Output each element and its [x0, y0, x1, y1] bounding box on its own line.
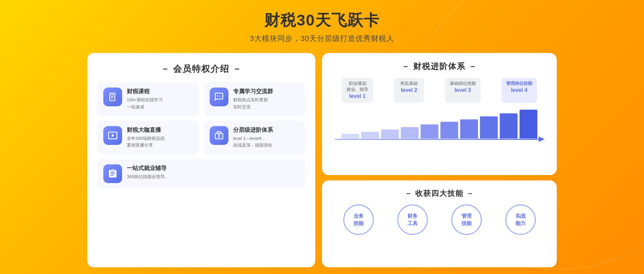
feature-desc-course: 100+课程在线学习一站速成 — [127, 97, 193, 111]
level-label-1: 职业规划就业、指导 level 1 — [342, 78, 373, 103]
skills-row: 业务技能 财务工具 管理技能 实战能力 — [331, 205, 547, 235]
bar-3 — [381, 129, 399, 139]
feature-card-group: 专属学习交流群 财税热点实时更新实时交流 — [204, 82, 305, 116]
chat-icon — [210, 88, 228, 106]
bar-2 — [361, 132, 379, 139]
skill-label-4: 实战能力 — [516, 212, 526, 227]
page-title: 财税30天飞跃卡 — [264, 10, 379, 31]
level-label-text-3: 基础岗位技能 — [450, 80, 476, 87]
level-label-text-1: 职业规划就业、指导 — [346, 80, 368, 93]
level-num-4: level 4 — [506, 87, 532, 94]
right-panel-bottom: － 收获四大技能 － 业务技能 财务工具 管理技能 实战能力 — [322, 180, 557, 267]
level-num-2: level 2 — [398, 87, 419, 94]
left-panel-title: － 会员特权介绍 － — [97, 63, 305, 75]
level-header: － 财税进阶体系 － — [331, 61, 547, 72]
feature-desc-levels: level 1—level4，由浅及深，稳固强化 — [233, 135, 299, 149]
feature-card-career: 一站式就业辅导 360岗位技能全指导。 — [97, 159, 305, 188]
skill-circle-1: 业务技能 — [343, 205, 374, 235]
bar-7 — [460, 119, 478, 139]
bar-4 — [401, 127, 419, 139]
skill-label-1: 业务技能 — [354, 212, 364, 227]
feature-text-levels: 分层级进阶体系 level 1—level4，由浅及深，稳固强化 — [233, 126, 299, 149]
skill-circle-4: 实战能力 — [505, 205, 536, 235]
bars-container — [341, 108, 537, 139]
briefcase-icon — [210, 126, 228, 145]
feature-text-group: 专属学习交流群 财税热点实时更新实时交流 — [233, 88, 299, 111]
feature-title-group: 专属学习交流群 — [233, 88, 299, 95]
page-subtitle: 3大模块同步，30天分层级打造优秀财税人 — [250, 34, 394, 44]
feature-card-live: 财税大咖直播 全年300场财税实战案例直播分享 — [97, 121, 199, 155]
play-icon — [103, 126, 122, 145]
left-panel: － 会员特权介绍 － 财税课程 100+课程在线学习一站速成 — [87, 53, 315, 267]
level-label-text-4: 管理岗位技能 — [506, 80, 532, 87]
feature-title-live: 财税大咖直播 — [127, 126, 193, 134]
feature-title-levels: 分层级进阶体系 — [233, 126, 299, 134]
level-label-4: 管理岗位技能 level 4 — [501, 78, 537, 103]
feature-card-levels: 分层级进阶体系 level 1—level4，由浅及深，稳固强化 — [204, 121, 305, 155]
feature-desc-group: 财税热点实时更新实时交流 — [233, 97, 299, 111]
level-num-1: level 1 — [346, 93, 368, 100]
right-panel-top: － 财税进阶体系 － 职业规划就业、指导 level 1 夯实基础 level … — [322, 53, 557, 175]
chart-container — [331, 106, 547, 147]
feature-desc-live: 全年300场财税实战案例直播分享 — [127, 135, 193, 149]
feature-card-course: 财税课程 100+课程在线学习一站速成 — [97, 82, 199, 116]
feature-title-career: 一站式就业辅导 — [127, 164, 299, 172]
bar-1 — [341, 134, 359, 139]
skill-label-3: 管理技能 — [462, 212, 472, 227]
level-labels: 职业规划就业、指导 level 1 夯实基础 level 2 基础岗位技能 le… — [331, 78, 547, 103]
feature-text-live: 财税大咖直播 全年300场财税实战案例直播分享 — [127, 126, 193, 149]
bar-6 — [440, 122, 458, 139]
skill-circle-3: 管理技能 — [451, 205, 482, 235]
bar-10 — [520, 110, 537, 139]
level-label-text-2: 夯实基础 — [398, 80, 419, 87]
book-icon — [103, 88, 122, 106]
features-grid: 财税课程 100+课程在线学习一站速成 专属学习交流群 财税热点实时更新实时交流 — [97, 82, 305, 154]
feature-text-course: 财税课程 100+课程在线学习一站速成 — [127, 88, 193, 111]
skill-label-2: 财务工具 — [408, 212, 418, 227]
bar-8 — [480, 116, 498, 139]
bar-9 — [500, 113, 518, 139]
level-label-2: 夯实基础 level 2 — [394, 78, 424, 103]
level-label-3: 基础岗位技能 level 3 — [445, 78, 481, 103]
feature-desc-career: 360岗位技能全指导。 — [127, 173, 299, 180]
feature-title-course: 财税课程 — [127, 88, 193, 95]
skills-header: － 收获四大技能 － — [331, 188, 547, 199]
content-row: － 会员特权介绍 － 财税课程 100+课程在线学习一站速成 — [87, 53, 557, 267]
main-container: 财税30天飞跃卡 3大模块同步，30天分层级打造优秀财税人 － 会员特权介绍 －… — [0, 0, 644, 274]
skill-circle-2: 财务工具 — [397, 205, 428, 235]
level-num-3: level 3 — [450, 87, 476, 94]
feature-text-career: 一站式就业辅导 360岗位技能全指导。 — [127, 164, 299, 180]
right-panels: － 财税进阶体系 － 职业规划就业、指导 level 1 夯实基础 level … — [322, 53, 557, 267]
bar-5 — [421, 124, 438, 138]
clipboard-icon — [103, 164, 122, 183]
